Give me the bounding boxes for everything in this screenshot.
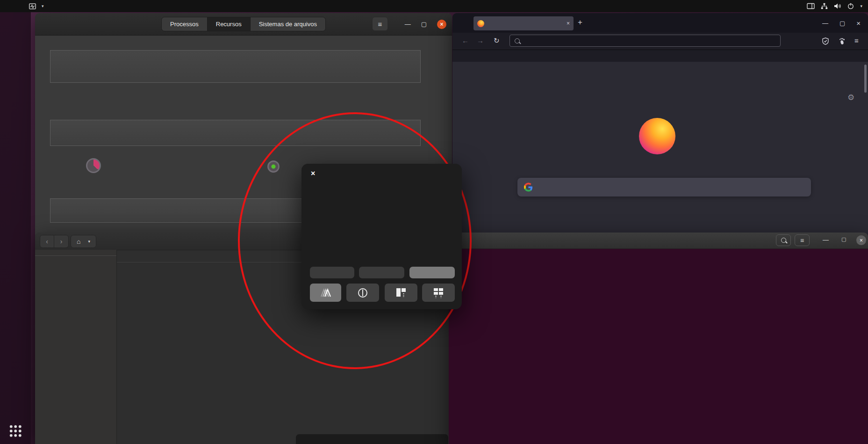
chevron-down-icon: ▾: [860, 4, 862, 8]
system-monitor-headerbar[interactable]: ProcessosRecursosSistemas de arquivos ≡ …: [35, 13, 452, 36]
chevron-down-icon: ▾: [42, 4, 44, 8]
privacy-shield-icon[interactable]: [822, 37, 829, 45]
status-bar: [296, 434, 448, 444]
web-search-bar[interactable]: [517, 178, 811, 197]
close-icon[interactable]: ×: [311, 169, 315, 178]
view-tab[interactable]: Processos: [162, 17, 208, 31]
sidebar-item-other-locations[interactable]: [35, 256, 116, 274]
terminal-output[interactable]: [449, 249, 868, 252]
memory-pie-icon: [86, 158, 101, 173]
files-sidebar: [35, 250, 117, 444]
firefox-logo-icon: [639, 118, 675, 154]
terminal-menu-button[interactable]: ≡: [795, 234, 810, 246]
minimize-button[interactable]: —: [823, 236, 829, 243]
home-icon: ⌂: [77, 238, 80, 245]
minimize-button[interactable]: —: [405, 21, 411, 28]
firefox-favicon-icon: [477, 20, 484, 27]
web-search-input[interactable]: [538, 183, 804, 191]
tab-close-icon[interactable]: ×: [567, 20, 570, 27]
hamburger-menu-icon[interactable]: ≡: [854, 36, 859, 44]
forward-button[interactable]: ›: [54, 235, 68, 247]
cpu-history-chart: [50, 50, 421, 83]
view-tab[interactable]: Recursos: [208, 17, 251, 31]
app-menu[interactable]: ▾: [23, 0, 50, 12]
maximize-button[interactable]: ▢: [421, 21, 427, 28]
activities-button[interactable]: [0, 0, 11, 12]
url-bar[interactable]: [509, 35, 781, 47]
terminal-headerbar[interactable]: ≡ — ▢ ×: [449, 233, 868, 249]
power-icon: [847, 3, 854, 9]
back-button[interactable]: ←: [462, 36, 469, 44]
google-icon: [524, 182, 533, 192]
grid-size-6x4-button[interactable]: [359, 267, 404, 278]
close-button[interactable]: ×: [437, 20, 446, 29]
cpu-y-axis: [420, 51, 441, 82]
maximize-button[interactable]: ▢: [839, 20, 845, 27]
url-input[interactable]: [524, 37, 775, 45]
close-button[interactable]: ×: [856, 235, 866, 245]
grid-size-4x4-button[interactable]: [409, 267, 455, 278]
back-button[interactable]: ‹: [40, 235, 54, 247]
cpu-x-axis: [50, 82, 420, 89]
search-icon: [515, 38, 520, 44]
toggle-animation-button[interactable]: [346, 284, 379, 302]
gear-icon[interactable]: ⚙: [847, 93, 854, 102]
autotile-left-icon: [395, 287, 407, 298]
autotile-main-button[interactable]: [310, 284, 341, 302]
firefox-navbar: ← → ↻ ≡: [452, 33, 868, 50]
terminal-window: ≡ — ▢ ×: [449, 233, 868, 444]
system-monitor-icon: [29, 3, 36, 9]
show-apps-grid-icon[interactable]: [9, 425, 22, 437]
gnome-extension-icon[interactable]: [839, 37, 846, 45]
firefox-hero: [452, 118, 868, 154]
view-switcher: ProcessosRecursosSistemas de arquivos: [161, 17, 326, 31]
windows-icon: [807, 3, 815, 9]
memory-x-axis: [50, 146, 420, 153]
memory-history-chart: [50, 120, 421, 146]
autotile-left-button[interactable]: [385, 284, 417, 302]
close-button[interactable]: ×: [856, 19, 861, 27]
autotile-main-icon: [319, 288, 332, 298]
maximize-button[interactable]: ▢: [841, 236, 846, 242]
location-button[interactable]: ⌂ ▾: [71, 235, 96, 248]
reload-button[interactable]: ↻: [494, 36, 500, 45]
swap-pie-icon: [267, 160, 280, 173]
gtile-popup: ×: [301, 164, 462, 309]
chevron-down-icon: ▾: [88, 239, 90, 244]
bookmarks-bar: [452, 50, 868, 63]
desktop: ProcessosRecursosSistemas de arquivos ≡ …: [0, 0, 868, 444]
autotile-grid-icon: [432, 287, 445, 298]
top-bar: ▾ ▾: [0, 0, 868, 12]
scrollbar[interactable]: [864, 65, 867, 93]
browser-tab[interactable]: ×: [473, 16, 574, 30]
firefox-tabbar: × + — ▢ ×: [452, 13, 868, 33]
grid-size-8x6-button[interactable]: [310, 267, 354, 278]
menu-button[interactable]: ≡: [372, 17, 388, 31]
terminal-search-button[interactable]: [776, 234, 791, 246]
new-tab-button[interactable]: +: [578, 18, 582, 27]
minimize-button[interactable]: —: [822, 20, 828, 27]
network-wired-icon: [821, 3, 828, 9]
view-tab[interactable]: Sistemas de arquivos: [251, 17, 325, 31]
search-icon: [781, 238, 786, 243]
dock: [0, 12, 31, 444]
volume-icon: [834, 3, 841, 9]
system-tray[interactable]: ▾: [804, 0, 865, 12]
forward-button[interactable]: →: [477, 36, 484, 44]
toggle-animation-icon: [357, 287, 368, 298]
memory-y-axis: [420, 120, 441, 146]
autotile-grid-button[interactable]: [422, 284, 455, 302]
